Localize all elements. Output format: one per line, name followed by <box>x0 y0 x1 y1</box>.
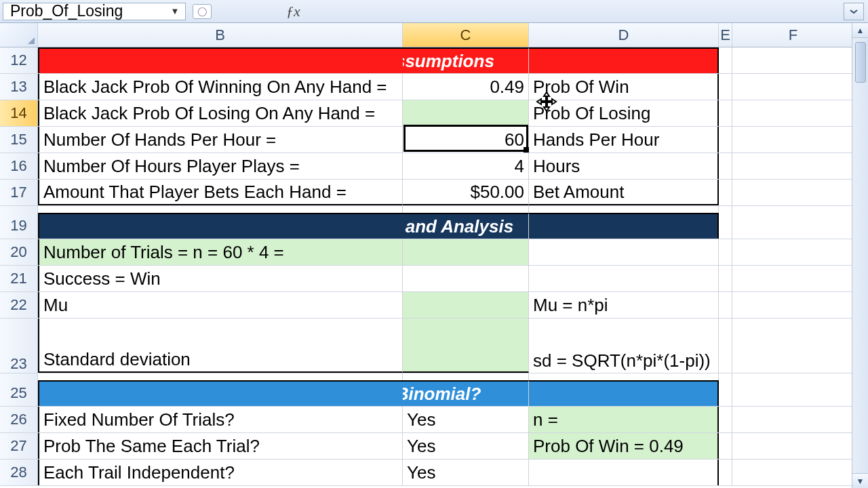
cell-F23[interactable] <box>732 319 854 373</box>
column-header-F[interactable]: F <box>732 23 854 47</box>
cell-C23[interactable] <box>403 319 529 373</box>
cell-F20[interactable] <box>732 239 854 265</box>
cell-F26[interactable] <box>732 407 854 432</box>
cell-B13[interactable]: Black Jack Prob Of Winning On Any Hand = <box>38 74 403 100</box>
cell-F19[interactable] <box>732 213 854 239</box>
column-header-C[interactable]: C <box>403 23 529 47</box>
row-header-gap-18[interactable] <box>0 206 38 213</box>
cell-E17[interactable] <box>719 180 732 205</box>
cell-D12[interactable] <box>529 47 719 73</box>
cell-D15[interactable]: Hands Per Hour <box>529 127 719 152</box>
cell-E23[interactable] <box>719 319 732 373</box>
cell-D22[interactable]: Mu = n*pi <box>529 292 719 318</box>
cell-C28[interactable]: Yes <box>403 460 529 485</box>
cell-D23[interactable]: sd = SQRT(n*pi*(1-pi)) <box>529 319 719 373</box>
cell-C22[interactable] <box>403 292 529 318</box>
vertical-scrollbar[interactable]: ▲ ▼ <box>852 23 868 488</box>
expand-formula-bar-icon[interactable] <box>844 3 864 20</box>
cell-B26[interactable]: Fixed Number Of Trials? <box>38 407 403 432</box>
name-box[interactable]: Prob_Of_Losing ▼ <box>3 3 186 20</box>
cell-E20[interactable] <box>719 239 732 265</box>
scroll-down-icon[interactable]: ▼ <box>852 473 868 488</box>
cell-B20[interactable]: Number of Trials = n = 60 * 4 = <box>38 239 403 265</box>
cell-E25[interactable] <box>719 380 732 406</box>
cell-E16[interactable] <box>719 153 732 179</box>
cell-C27[interactable]: Yes <box>403 433 529 459</box>
cell-B27[interactable]: Prob The Same Each Trial? <box>38 433 403 459</box>
formula-input[interactable] <box>314 3 844 20</box>
row-header-20[interactable]: 20 <box>0 239 38 265</box>
cell-F25[interactable] <box>732 380 854 406</box>
row-header-27[interactable]: 27 <box>0 433 38 459</box>
cell-C25[interactable]: Binomial? <box>403 380 529 406</box>
cell-D16[interactable]: Hours <box>529 153 719 179</box>
cell-E28[interactable] <box>719 460 732 485</box>
cell-E14[interactable] <box>719 100 732 126</box>
name-box-dropdown-icon[interactable]: ▼ <box>169 6 181 16</box>
cell-C21[interactable] <box>403 266 529 291</box>
cell-F27[interactable] <box>732 433 854 459</box>
cell-F28[interactable] <box>732 460 854 485</box>
cell-D26[interactable]: n = <box>529 407 719 432</box>
column-header-B[interactable]: B <box>38 23 403 47</box>
cell-C19[interactable]: Calculations and Analysis <box>403 213 529 239</box>
cell-C17[interactable]: $50.00 <box>403 180 529 205</box>
cell-E13[interactable] <box>719 74 732 100</box>
row-header-21[interactable]: 21 <box>0 266 38 291</box>
fx-icon[interactable]: ƒx <box>286 3 300 20</box>
cell-E22[interactable] <box>719 292 732 318</box>
row-header-17[interactable]: 17 <box>0 180 38 205</box>
cell-C12[interactable]: Assumptions <box>403 47 529 73</box>
row-header-26[interactable]: 26 <box>0 407 38 432</box>
cell-B28[interactable]: Each Trail Independent? <box>38 460 403 485</box>
cell-E19[interactable] <box>719 213 732 239</box>
cell-F15[interactable] <box>732 127 854 152</box>
cell-D17[interactable]: Bet Amount <box>529 180 719 205</box>
cell-B21[interactable]: Success = Win <box>38 266 403 291</box>
cell-D25[interactable] <box>529 380 719 406</box>
cell-B19[interactable] <box>38 213 403 239</box>
cell-E15[interactable] <box>719 127 732 152</box>
row-header-22[interactable]: 22 <box>0 292 38 318</box>
cell-E26[interactable] <box>719 407 732 432</box>
row-header-14[interactable]: 14 <box>0 100 38 126</box>
cell-B23[interactable]: Standard deviation <box>38 319 403 373</box>
cell-F21[interactable] <box>732 266 854 291</box>
cell-D19[interactable] <box>529 213 719 239</box>
cell-E27[interactable] <box>719 433 732 459</box>
row-header-13[interactable]: 13 <box>0 74 38 100</box>
cell-C15[interactable]: 60 <box>403 127 529 152</box>
row-header-16[interactable]: 16 <box>0 153 38 179</box>
row-header-25[interactable]: 25 <box>0 380 38 406</box>
cell-B25[interactable] <box>38 380 403 406</box>
cell-B17[interactable]: Amount That Player Bets Each Hand = <box>38 180 403 205</box>
column-header-E[interactable]: E <box>719 23 732 47</box>
cell-E21[interactable] <box>719 266 732 291</box>
cell-B16[interactable]: Number Of Hours Player Plays = <box>38 153 403 179</box>
row-header-gap-24[interactable] <box>0 373 38 380</box>
cell-F22[interactable] <box>732 292 854 318</box>
cell-D21[interactable] <box>529 266 719 291</box>
scroll-thumb[interactable] <box>855 42 866 83</box>
row-header-28[interactable]: 28 <box>0 460 38 485</box>
cell-D20[interactable] <box>529 239 719 265</box>
cell-D13[interactable]: Prob Of Win <box>529 74 719 100</box>
row-header-15[interactable]: 15 <box>0 127 38 152</box>
select-all-corner[interactable] <box>0 23 38 47</box>
cell-D28[interactable] <box>529 460 719 485</box>
cell-F17[interactable] <box>732 180 854 205</box>
cell-F16[interactable] <box>732 153 854 179</box>
cell-B15[interactable]: Number Of Hands Per Hour = <box>38 127 403 152</box>
column-header-D[interactable]: D <box>529 23 719 47</box>
row-header-12[interactable]: 12 <box>0 47 38 73</box>
cell-F13[interactable] <box>732 74 854 100</box>
cell-C14[interactable] <box>403 100 529 126</box>
refresh-icon[interactable]: ◯ <box>193 4 212 19</box>
cell-F14[interactable] <box>732 100 854 126</box>
row-header-23[interactable]: 23 <box>0 319 38 373</box>
cell-F12[interactable] <box>732 47 854 73</box>
cell-B22[interactable]: Mu <box>38 292 403 318</box>
row-header-19[interactable]: 19 <box>0 213 38 239</box>
cell-C13[interactable]: 0.49 <box>403 74 529 100</box>
scroll-up-icon[interactable]: ▲ <box>852 23 868 38</box>
